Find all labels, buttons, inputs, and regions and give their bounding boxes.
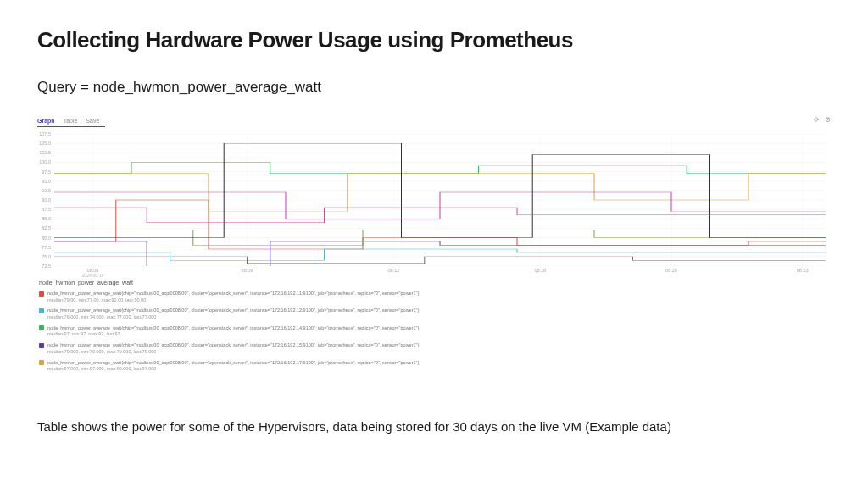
legend-header: node_hwmon_power_average_watt <box>37 280 831 286</box>
y-tick-label: 97.5 <box>42 169 51 175</box>
plot-area: 72.575.077.580.082.585.087.590.092.595.0… <box>37 134 831 278</box>
y-tick-label: 72.5 <box>42 263 51 269</box>
legend-swatch <box>39 343 44 348</box>
y-tick-label: 87.5 <box>42 207 51 212</box>
legend-item[interactable]: node_hwmon_power_average_watt{chip="modb… <box>37 324 831 341</box>
x-axis-ticks: 08:062024-08-1408:0908:1208:1808:2008:23 <box>54 268 826 278</box>
graph-toolbar: Graph Table Save <box>37 116 105 127</box>
legend-swatch <box>39 325 44 330</box>
tab-save[interactable]: Save <box>86 118 99 124</box>
caption-text: Table shows the power for some of the Hy… <box>37 419 831 434</box>
legend-text: node_hwmon_power_average_watt{chip="modb… <box>47 291 831 303</box>
y-tick-label: 85.0 <box>42 216 51 221</box>
y-tick-label: 100.0 <box>39 159 51 164</box>
legend-text: node_hwmon_power_average_watt{chip="modb… <box>47 342 831 355</box>
y-tick-label: 92.5 <box>42 188 51 193</box>
legend-swatch <box>39 308 44 313</box>
legend-text: node_hwmon_power_average_watt{chip="modb… <box>47 308 831 320</box>
x-tick-label: 08:09 <box>242 268 253 273</box>
legend-item[interactable]: node_hwmon_power_average_watt{chip="modb… <box>37 289 831 306</box>
legend-text: node_hwmon_power_average_watt{chip="modb… <box>47 360 831 373</box>
plot-canvas[interactable] <box>54 134 826 266</box>
y-tick-label: 105.0 <box>39 141 51 146</box>
tab-graph[interactable]: Graph <box>37 118 55 124</box>
y-tick-label: 77.5 <box>42 245 51 250</box>
legend-swatch <box>39 291 44 297</box>
gear-icon[interactable]: ⚙ <box>825 116 831 124</box>
legend-swatch <box>39 360 44 365</box>
legend-item[interactable]: node_hwmon_power_average_watt{chip="modb… <box>37 306 831 323</box>
refresh-icon[interactable]: ⟳ <box>814 116 820 124</box>
legend: node_hwmon_power_average_watt{chip="modb… <box>37 289 831 375</box>
tab-table[interactable]: Table <box>64 118 78 124</box>
y-tick-label: 107.5 <box>39 131 51 136</box>
query-line: Query = node_hwmon_power_average_watt <box>37 79 831 96</box>
y-tick-label: 102.5 <box>39 150 51 155</box>
y-tick-label: 80.0 <box>42 236 51 241</box>
y-tick-label: 75.0 <box>42 254 51 259</box>
legend-item[interactable]: node_hwmon_power_average_watt{chip="modb… <box>37 341 831 358</box>
series-line[interactable] <box>54 249 826 260</box>
y-tick-label: 82.5 <box>42 225 51 230</box>
x-tick-label: 08:20 <box>665 268 677 273</box>
y-axis-ticks: 72.575.077.580.082.585.087.590.092.595.0… <box>37 134 53 266</box>
x-tick-label: 08:18 <box>534 268 546 273</box>
x-tick-label: 08:12 <box>388 268 400 273</box>
page-title: Collecting Hardware Power Usage using Pr… <box>37 27 831 53</box>
y-tick-label: 90.0 <box>42 197 51 202</box>
x-tick-label: 08:23 <box>797 268 809 273</box>
x-tick-date: 2024-08-14 <box>82 273 104 278</box>
legend-text: node_hwmon_power_average_watt{chip="modb… <box>47 325 831 338</box>
y-tick-label: 95.0 <box>42 179 51 184</box>
legend-item[interactable]: node_hwmon_power_average_watt{chip="modb… <box>37 358 831 375</box>
graph-panel: Graph Table Save ⟳ ⚙ 72.575.077.580.082.… <box>37 116 831 404</box>
